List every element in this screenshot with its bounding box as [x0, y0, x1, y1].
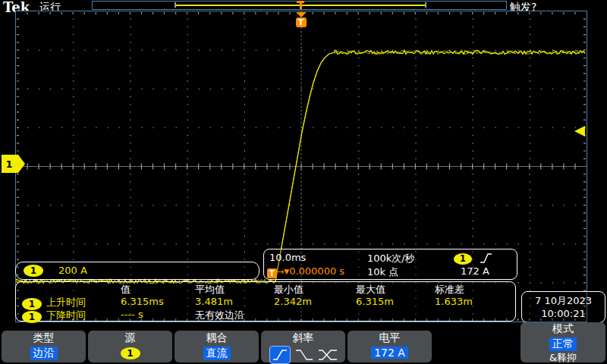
meas-row1-max: 6.315m — [356, 296, 394, 307]
meas-row2-value: ---- s — [121, 309, 143, 320]
trigger-position-marker[interactable]: T — [294, 12, 307, 27]
meas-row2-name: 下降时间 — [46, 309, 86, 322]
menu-coupling-value: 直流 — [203, 347, 231, 360]
trigger-arrow-icon: → — [277, 267, 284, 277]
meas-header-max: 最大值 — [356, 283, 385, 297]
ch1-ground-marker[interactable]: 1 — [2, 154, 26, 174]
menu-coupling-label: 耦合 — [175, 331, 259, 345]
trigger-readout: 10.0ms 100k次/秒 1 T→▼0.000000 s 10k 点 172… — [263, 249, 517, 280]
meas-row1-value: 6.315ms — [121, 296, 164, 307]
ch1-badge: 1 — [24, 265, 43, 277]
trigger-position-arrow-icon — [296, 12, 307, 17]
trigger-level-arrow-icon[interactable] — [573, 126, 586, 137]
menu-slope-label: 斜率 — [261, 331, 345, 345]
timebase-scale: 10.0ms — [269, 252, 306, 263]
trigger-source-badge: 1 — [454, 253, 472, 265]
trigger-position-value: 0.000000 s — [289, 265, 344, 277]
meas-row1-mean: 3.481m — [195, 296, 233, 307]
record-view-bar — [92, 1, 507, 10]
trigger-level-readout: 172 A — [461, 265, 489, 277]
record-window-left-bracket — [175, 2, 176, 8]
menu-trigger-slope[interactable]: 斜率 — [261, 331, 345, 362]
measurement-table: 值 平均值 最小值 最大值 标准差 1 上升时间 6.315ms 3.481m … — [15, 281, 516, 322]
meas-row2-status: 无有效边沿 — [195, 309, 244, 322]
menu-trigger-level[interactable]: 电平 172 A — [348, 331, 432, 362]
ch1-ground-marker-label: 1 — [5, 158, 12, 170]
trigger-t-icon: T — [267, 268, 277, 278]
date-label: 7 10月2023 — [522, 294, 605, 308]
menu-type-value: 边沿 — [30, 347, 58, 360]
menu-trigger-coupling[interactable]: 耦合 直流 — [175, 331, 259, 362]
menu-trigger-source[interactable]: 源 1 — [88, 331, 172, 362]
menu-level-label: 电平 — [348, 331, 432, 345]
menu-type-label: 类型 — [2, 331, 86, 345]
oscilloscope-screen: Tek 运行 触发? 1 T 1 200 A 10.0ms 100k次/秒 1 — [0, 0, 607, 364]
menu-trigger-type[interactable]: 类型 边沿 — [2, 331, 86, 362]
menu-level-value: 172 A — [371, 347, 408, 359]
menu-source-badge: 1 — [121, 347, 140, 359]
record-length: 10k 点 — [367, 265, 398, 279]
sample-rate: 100k次/秒 — [367, 252, 415, 265]
trigger-position-readout: T→▼0.000000 s — [267, 265, 344, 278]
meas-row1-std: 1.633m — [435, 296, 473, 307]
record-window-right-bracket — [425, 2, 426, 8]
datetime-box: 7 10月2023 10:00:21 — [521, 291, 605, 323]
meas-row2-badge: 1 — [22, 311, 42, 323]
menu-mode-extra: &释抑 — [521, 351, 605, 364]
meas-header-mean: 平均值 — [195, 283, 225, 297]
meas-header-min: 最小值 — [274, 283, 304, 297]
either-edge-icon[interactable] — [318, 349, 338, 361]
meas-row1-name: 上升时间 — [46, 296, 86, 309]
meas-row1-min: 2.342m — [274, 296, 312, 307]
ch1-scale: 200 A — [58, 265, 87, 276]
menu-trigger-mode[interactable]: 模式 正常 &释抑 — [521, 322, 605, 362]
meas-header-std: 标准差 — [435, 283, 464, 297]
falling-edge-icon[interactable] — [295, 349, 313, 361]
meas-header-value: 值 — [121, 283, 131, 297]
trigger-slope-icon — [480, 253, 493, 264]
menu-mode-label: 模式 — [521, 322, 605, 336]
menu-mode-value: 正常 — [549, 337, 577, 351]
menu-source-label: 源 — [88, 331, 172, 345]
table-row: 1 — [22, 309, 42, 323]
rising-edge-icon[interactable] — [269, 346, 291, 364]
record-trigger-position-icon[interactable] — [296, 1, 305, 9]
trigger-position-t-icon: T — [296, 17, 307, 27]
time-label: 10:00:21 — [522, 308, 605, 319]
channel-readout: 1 200 A — [15, 262, 259, 280]
